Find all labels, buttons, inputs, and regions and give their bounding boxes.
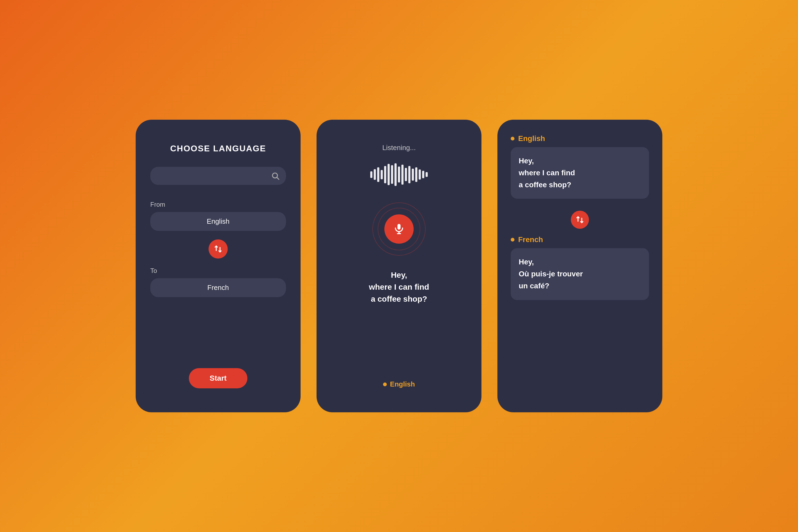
svg-rect-2: [397, 224, 401, 230]
speech-text: Hey, where I can find a coffee shop?: [369, 269, 429, 305]
mic-button[interactable]: [384, 214, 414, 244]
listening-status: Listening...: [382, 144, 416, 152]
wave-bar: [422, 171, 424, 178]
translation-swap-button[interactable]: [571, 211, 589, 229]
microphone-icon: [393, 223, 405, 235]
wave-bar: [408, 166, 411, 183]
language-indicator-text: English: [390, 380, 415, 388]
wave-bar: [425, 172, 428, 177]
target-translation-bubble: Hey, Où puis-je trouver un café?: [511, 248, 649, 300]
mic-container: [373, 203, 425, 255]
wave-bar: [384, 166, 386, 183]
wave-bar: [398, 167, 400, 183]
target-lang-label: French: [518, 235, 543, 244]
target-text: Hey, Où puis-je trouver un café?: [519, 256, 641, 292]
translation-swap-icon: [575, 215, 584, 224]
source-lang-dot: [511, 137, 514, 140]
wave-bar: [401, 165, 403, 185]
translation-swap-center: [511, 211, 649, 229]
wave-bar: [395, 163, 397, 186]
choose-language-screen: CHOOSE LANGUAGE From English To French S…: [136, 120, 301, 412]
wave-bar: [377, 167, 379, 182]
wave-bar: [374, 169, 376, 180]
svg-line-1: [277, 177, 279, 179]
swap-icon: [214, 244, 223, 253]
wave-bar: [381, 170, 383, 179]
start-button[interactable]: Start: [189, 368, 247, 388]
screens-container: CHOOSE LANGUAGE From English To French S…: [136, 120, 662, 412]
source-section: English Hey, where I can find a coffee s…: [511, 134, 649, 199]
screen1-title: CHOOSE LANGUAGE: [150, 144, 286, 153]
wave-bar: [405, 168, 407, 181]
search-bar[interactable]: [150, 167, 286, 185]
wave-bar: [370, 171, 373, 178]
to-label: To: [150, 267, 286, 274]
wave-bar: [419, 169, 421, 179]
swap-button[interactable]: [209, 240, 228, 259]
wave-bar: [415, 167, 417, 182]
translation-screen: English Hey, where I can find a coffee s…: [497, 120, 662, 412]
target-section: French Hey, Où puis-je trouver un café?: [511, 235, 649, 300]
target-lang-dot: [511, 238, 514, 242]
wave-bar: [412, 169, 414, 180]
listening-screen: Listening...: [317, 120, 481, 412]
to-language-selector[interactable]: French: [150, 278, 286, 297]
from-language-selector[interactable]: English: [150, 212, 286, 231]
source-lang-label: English: [518, 134, 545, 143]
language-indicator: English: [383, 380, 415, 388]
waveform: [370, 163, 428, 187]
source-translation-bubble: Hey, where I can find a coffee shop?: [511, 147, 649, 199]
target-lang-header: French: [511, 235, 649, 244]
from-label: From: [150, 201, 286, 208]
wave-bar: [391, 165, 393, 184]
source-text: Hey, where I can find a coffee shop?: [519, 155, 641, 191]
wave-bar: [387, 164, 390, 185]
language-dot: [383, 382, 387, 386]
source-lang-header: English: [511, 134, 649, 143]
search-icon: [271, 172, 280, 180]
